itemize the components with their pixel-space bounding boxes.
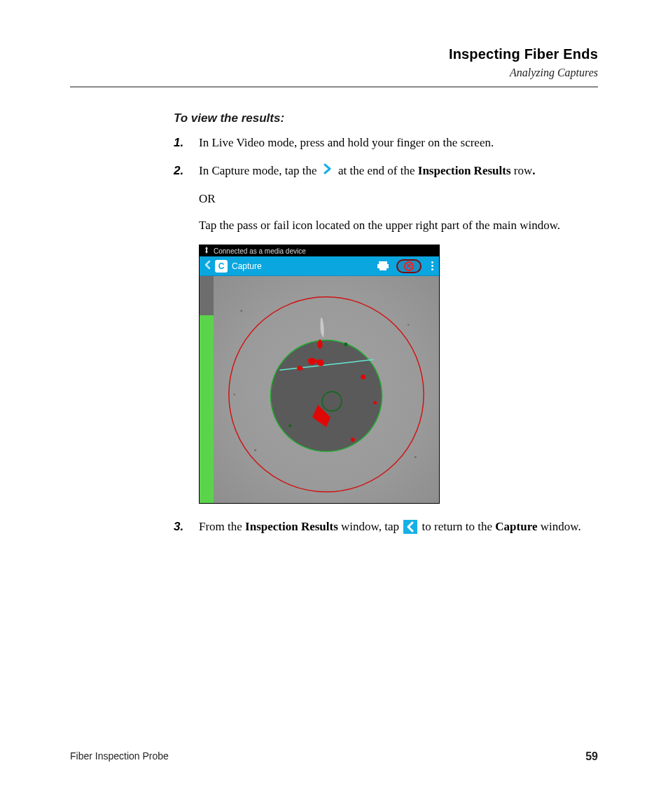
text-fragment: Tap the pass or fail icon located on the… <box>199 216 598 235</box>
page-number: 59 <box>585 750 598 763</box>
svg-rect-2 <box>380 267 387 270</box>
text-fragment: From the <box>199 520 245 533</box>
text-fragment: window, tap <box>338 520 402 533</box>
app-logo: C <box>215 260 228 273</box>
android-statusbar: Connected as a media device <box>200 245 439 256</box>
step-3: 3. From the Inspection Results window, t… <box>174 518 598 536</box>
step-text: In Live Video mode, press and hold your … <box>199 134 598 152</box>
step-1: 1. In Live Video mode, press and hold yo… <box>174 134 598 152</box>
footer-doc-title: Fiber Inspection Probe <box>70 750 169 763</box>
text-fragment: at the end of the <box>338 164 418 177</box>
svg-point-14 <box>373 401 377 405</box>
chapter-title: Inspecting Fiber Ends <box>70 46 598 62</box>
header-divider <box>70 86 598 88</box>
text-fragment: to return to the <box>422 520 496 533</box>
text-bold: Inspection Results <box>245 520 338 533</box>
chevron-right-icon <box>321 163 334 181</box>
page-footer: Fiber Inspection Probe 59 <box>70 750 598 763</box>
text-fragment: row <box>514 164 532 177</box>
screenshot-figure: Connected as a media device C Capture <box>199 245 440 504</box>
text-or: OR <box>199 190 598 208</box>
svg-point-9 <box>270 340 382 452</box>
step-number: 1. <box>174 134 199 152</box>
text-bold: Inspection Results <box>418 164 511 177</box>
svg-rect-0 <box>379 261 387 264</box>
back-icon[interactable] <box>204 260 211 272</box>
fail-status-button[interactable]: ✕ <box>396 259 422 273</box>
step-number: 2. <box>174 162 199 180</box>
fiber-image-canvas[interactable] <box>214 276 439 503</box>
step-text: From the Inspection Results window, tap … <box>199 518 598 536</box>
step-2: 2. In Capture mode, tap the at the end o… <box>174 162 598 235</box>
svg-point-15 <box>351 438 355 442</box>
svg-point-13 <box>361 375 366 380</box>
svg-point-3 <box>240 310 242 312</box>
result-sidebar <box>200 276 214 503</box>
svg-point-4 <box>408 324 409 326</box>
app-bar: C Capture ✕ <box>200 256 439 276</box>
text-fragment: window. <box>537 520 580 533</box>
svg-point-6 <box>415 456 417 458</box>
print-icon[interactable] <box>377 261 389 271</box>
back-button-icon <box>403 520 417 534</box>
statusbar-text: Connected as a media device <box>214 247 306 255</box>
text-bold: . <box>532 164 535 177</box>
section-title: Analyzing Captures <box>70 67 598 79</box>
svg-point-7 <box>234 394 235 395</box>
text-fragment: In Capture mode, tap the <box>199 164 320 177</box>
step-number: 3. <box>174 518 199 536</box>
svg-point-17 <box>288 425 291 427</box>
svg-point-16 <box>344 343 347 346</box>
usb-icon <box>204 247 209 255</box>
overflow-menu-icon[interactable] <box>431 261 433 270</box>
text-bold: Capture <box>495 520 537 533</box>
svg-point-5 <box>254 449 256 451</box>
app-title: Capture <box>232 261 262 271</box>
procedure-heading: To view the results: <box>174 111 598 125</box>
step-text: In Capture mode, tap the at the end of t… <box>199 162 598 235</box>
fail-x-icon: ✕ <box>404 261 414 271</box>
